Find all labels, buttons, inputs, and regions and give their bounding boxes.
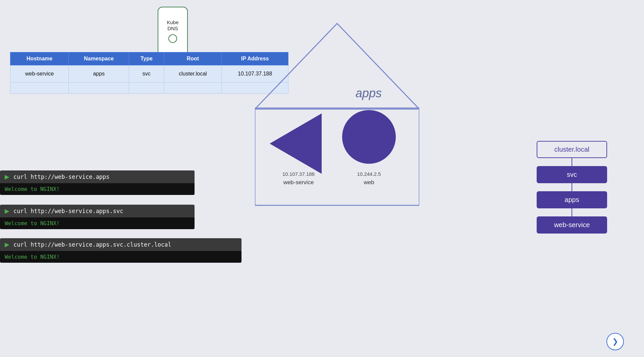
svg-text:apps: apps <box>356 86 382 100</box>
table-row-empty <box>10 83 288 94</box>
play-icon-3: ▶ <box>5 241 9 248</box>
dns-connector-1 <box>572 158 572 166</box>
pod-shape <box>342 110 396 164</box>
terminal-output-3: Welcome to NGINX! <box>0 251 241 263</box>
dns-node-web-service: web-service <box>537 216 607 234</box>
dns-node-svc: svc <box>537 166 607 183</box>
col-namespace: Namespace <box>69 52 129 65</box>
cell-empty-3 <box>129 83 164 94</box>
chevron-right-icon: ❯ <box>612 337 618 346</box>
service-shape <box>270 113 322 174</box>
table-row: web-service apps svc cluster.local 10.10… <box>10 65 288 83</box>
terminal-1: ▶ curl http://web-service.apps Welcome t… <box>0 170 195 195</box>
nav-next-button[interactable]: ❯ <box>606 333 624 350</box>
cell-empty-4 <box>164 83 222 94</box>
terminal-2: ▶ curl http://web-service.apps.svc Welco… <box>0 205 195 229</box>
kube-dns-circle <box>168 34 177 43</box>
pod-name-label: web <box>339 179 399 186</box>
cell-hostname: web-service <box>10 65 69 83</box>
play-icon-1: ▶ <box>5 173 9 181</box>
pod-ip-label: 10.244.2.5 <box>339 171 399 177</box>
dns-connector-2 <box>572 183 572 191</box>
play-icon-2: ▶ <box>5 207 9 215</box>
cell-empty-1 <box>10 83 69 94</box>
terminal-output-1: Welcome to NGINX! <box>0 183 195 195</box>
service-name-label: web-service <box>265 179 332 186</box>
col-root: Root <box>164 52 222 65</box>
cell-namespace: apps <box>69 65 129 83</box>
terminal-output-2: Welcome to NGINX! <box>0 217 195 229</box>
terminal-cmd-1: curl http://web-service.apps <box>13 173 110 180</box>
service-ip-label: 10.107.37.188 <box>265 171 332 177</box>
col-hostname: Hostname <box>10 52 69 65</box>
dns-connector-3 <box>572 208 572 216</box>
kube-dns-label: Kube DNS <box>167 19 178 32</box>
dns-table: Hostname Namespace Type Root IP Address … <box>10 52 288 94</box>
terminal-3: ▶ curl http://web-service.apps.svc.clust… <box>0 238 241 263</box>
dns-hierarchy: cluster.local svc apps web-service <box>537 141 607 234</box>
terminal-cmd-3: curl http://web-service.apps.svc.cluster… <box>13 241 171 248</box>
cell-empty-2 <box>69 83 129 94</box>
dns-node-cluster-local: cluster.local <box>537 141 607 158</box>
kube-dns-box: Kube DNS <box>158 7 188 55</box>
col-type: Type <box>129 52 164 65</box>
terminal-cmd-2: curl http://web-service.apps.svc <box>13 208 123 214</box>
cell-type: svc <box>129 65 164 83</box>
dns-node-apps: apps <box>537 191 607 208</box>
cell-root: cluster.local <box>164 65 222 83</box>
svg-marker-0 <box>255 23 419 109</box>
